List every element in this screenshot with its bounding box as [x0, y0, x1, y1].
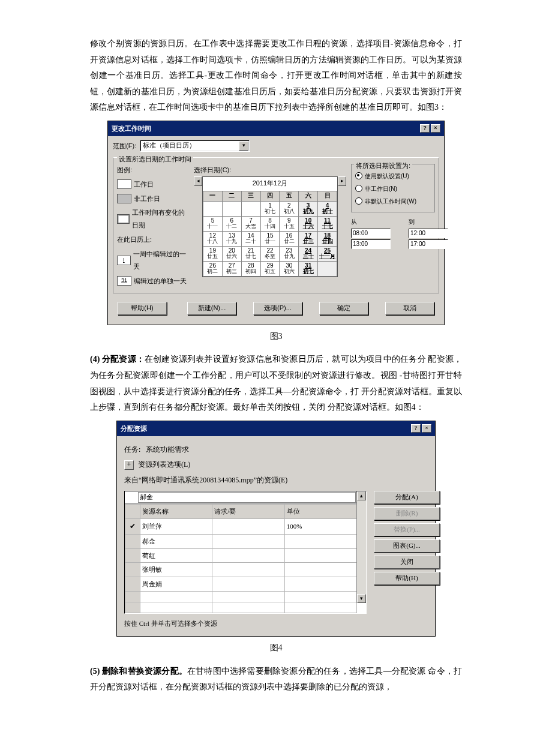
next-month-button[interactable]: ▸ — [338, 176, 346, 186]
calendar-cell[interactable]: 18廿四 — [318, 231, 337, 246]
remove-button[interactable]: 删除(R) — [374, 507, 440, 520]
dialog2-titlebar: 分配资源 ? × — [117, 421, 435, 436]
calendar-cell[interactable]: 21廿七 — [241, 246, 260, 261]
graph-button[interactable]: 图表(G)... — [374, 539, 440, 553]
calendar-cell[interactable]: 20廿六 — [222, 246, 241, 261]
table-row[interactable] — [125, 602, 357, 613]
calendar-cell[interactable]: 24三十 — [299, 246, 318, 261]
ctrl-hint: 按住 Ctrl 并单击可选择多个资源 — [124, 617, 429, 630]
change-working-time-dialog: 更改工作时间 ? × 范围(F): 标准（项目日历） 设置所选日期的工作时间 图… — [107, 121, 445, 325]
calendar[interactable]: 2011年12月 一二三四五六日1初七2初八3初九4初十5十一6十二7大雪8十四… — [202, 176, 338, 277]
calendar-cell[interactable]: 30初六 — [280, 261, 299, 276]
scrollbar[interactable]: ▴ ▾ — [356, 491, 366, 603]
dialog-title: 更改工作时间 — [112, 122, 151, 135]
legend-edited-single: 编辑过的单独一天 — [134, 275, 187, 287]
table-row[interactable]: 郝金 — [125, 534, 357, 548]
close-icon[interactable]: × — [422, 424, 431, 433]
paragraph-4: (4) 分配资源：在创建资源列表并设置好资源信息和资源日历后，就可以为项目中的任… — [90, 352, 462, 415]
cancel-button[interactable]: 取消 — [385, 302, 434, 315]
task-name: 系统功能需求 — [146, 445, 189, 454]
ok-button[interactable]: 确定 — [319, 302, 368, 315]
radio-nonworking[interactable]: 非工作日(N) — [355, 183, 431, 194]
para4-lead: (4) 分配资源： — [90, 355, 145, 364]
para4-body: 在创建资源列表并设置好资源信息和资源日历后，就可以为项目中的任务分 配资源，为任… — [90, 355, 462, 412]
calendar-cell[interactable]: 16廿二 — [280, 231, 299, 246]
calendar-cell[interactable]: 3初九 — [299, 201, 318, 216]
new-button[interactable]: 新建(N)... — [187, 302, 236, 315]
calendar-cell[interactable]: 23廿九 — [280, 246, 299, 261]
calendar-cell[interactable] — [241, 201, 260, 216]
radio-nonworking-label: 非工作日(N) — [365, 183, 397, 194]
table-row[interactable]: 荀红 — [125, 548, 357, 563]
calendar-cell[interactable]: 17廿三 — [299, 231, 318, 246]
close-icon[interactable]: × — [431, 124, 440, 133]
table-row[interactable]: ✔刘兰萍100% — [125, 518, 357, 534]
calendar-cell[interactable]: 10十六 — [299, 216, 318, 231]
calendar-cell[interactable]: 8十四 — [260, 216, 280, 231]
calendar-cell[interactable]: 28初四 — [241, 261, 260, 276]
paragraph-5: (5) 删除和替换资源分配。在甘特图中选择需要删除资源分配的任务，选择工具—分配… — [90, 664, 462, 695]
calendar-title: 2011年12月 — [203, 177, 337, 190]
column-header[interactable]: 单位 — [284, 505, 356, 519]
calendar-cell[interactable]: 9十五 — [280, 216, 299, 231]
calendar-cell[interactable]: 2初八 — [280, 201, 299, 216]
range-value: 标准（项目日历） — [143, 142, 196, 149]
help-button[interactable]: 帮助(H) — [118, 302, 167, 315]
range-dropdown[interactable]: 标准（项目日历） — [140, 140, 250, 152]
table-row[interactable]: 张明敏 — [125, 563, 357, 577]
help-icon[interactable]: ? — [420, 124, 430, 133]
resource-grid[interactable]: 郝金 资源名称请求/要单位✔刘兰萍100%郝金荀红张明敏周金娟 ▴ ▾ — [124, 491, 367, 614]
fieldset-label: 设置所选日期的工作时间 — [117, 153, 193, 166]
column-header[interactable]: 请求/要 — [212, 505, 284, 519]
from-time-2[interactable]: 13:00 — [351, 239, 391, 249]
calendar-cell[interactable]: 4初十 — [318, 201, 337, 216]
column-header[interactable]: 资源名称 — [140, 505, 212, 519]
replace-button[interactable]: 替换(P)... — [374, 523, 440, 536]
close-button[interactable]: 关闭 — [374, 556, 440, 569]
calendar-cell[interactable]: 6十二 — [222, 216, 241, 231]
radio-nondefault[interactable]: 非默认工作时间(W) — [355, 196, 431, 207]
set-as-label: 将所选日期设置为: — [354, 160, 412, 172]
weekday-header: 四 — [260, 191, 280, 201]
calendar-cell[interactable]: 7大雪 — [241, 216, 260, 231]
scroll-up-icon[interactable]: ▴ — [357, 491, 366, 500]
combo-value: 郝金 — [140, 493, 153, 500]
from-time-1[interactable]: 08:00 — [351, 229, 391, 238]
assign-button[interactable]: 分配(A) — [374, 491, 440, 504]
legend-nonwork-swatch — [117, 194, 131, 203]
calendar-cell[interactable]: 31初七 — [299, 261, 318, 276]
scroll-down-icon[interactable]: ▾ — [357, 594, 366, 603]
table-row[interactable] — [125, 592, 357, 602]
calendar-cell[interactable]: 25十一月 — [318, 246, 337, 261]
calendar-cell[interactable]: 13十九 — [222, 231, 241, 246]
resource-combo[interactable]: 郝金 — [138, 492, 365, 503]
calendar-cell[interactable]: 12十八 — [203, 231, 223, 246]
help-button[interactable]: 帮助(H) — [374, 572, 440, 585]
legend-changed-swatch — [117, 214, 130, 224]
calendar-cell[interactable]: 26初二 — [203, 261, 223, 276]
calendar-cell[interactable]: 5十一 — [203, 216, 223, 231]
calendar-cell[interactable]: 29初五 — [260, 261, 280, 276]
table-row[interactable]: 周金娟 — [125, 577, 357, 592]
weekday-header: 二 — [222, 191, 241, 201]
list-options-label: 资源列表选项(L) — [138, 460, 190, 469]
calendar-cell[interactable]: 1初七 — [260, 201, 280, 216]
legend-edited-week: 一周中编辑过的一天 — [133, 248, 189, 273]
calendar-cell[interactable]: 22冬至 — [260, 246, 280, 261]
calendar-cell[interactable] — [203, 201, 223, 216]
prev-month-button[interactable]: ◂ — [194, 176, 202, 186]
options-button[interactable]: 选项(P)... — [253, 302, 302, 315]
to-time-1[interactable]: 12:00 — [409, 229, 448, 238]
calendar-cell[interactable] — [222, 201, 241, 216]
calendar-cell[interactable]: 27初三 — [222, 261, 241, 276]
to-time-2[interactable]: 17:00 — [409, 239, 448, 249]
calendar-cell[interactable]: 14二十 — [241, 231, 260, 246]
expand-button[interactable]: + — [124, 460, 134, 470]
legend-label: 图例: — [117, 164, 189, 176]
calendar-cell[interactable]: 19廿五 — [203, 246, 223, 261]
legend-work: 工作日 — [134, 178, 154, 191]
help-icon[interactable]: ? — [411, 424, 421, 433]
calendar-cell[interactable]: 15廿一 — [260, 231, 280, 246]
calendar-cell[interactable] — [318, 261, 337, 276]
calendar-cell[interactable]: 11十七 — [318, 216, 337, 231]
